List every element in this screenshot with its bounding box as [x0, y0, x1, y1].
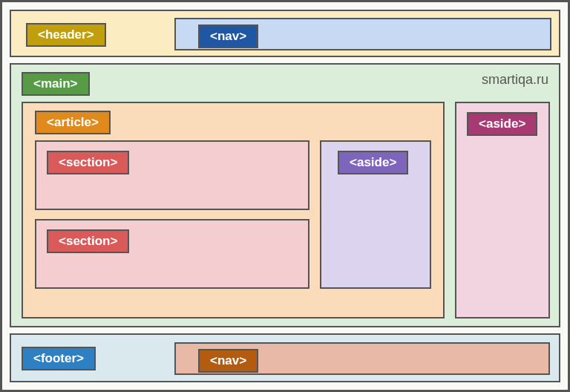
footer-nav-region: <nav> — [174, 342, 550, 375]
page-layout-diagram: <header> <nav> <main> smartiqa.ru <artic… — [0, 0, 570, 392]
section-tag-1: <section> — [47, 151, 129, 174]
watermark: smartiqa.ru — [482, 72, 548, 88]
section-tag-2: <section> — [47, 229, 129, 253]
article-tag: <article> — [35, 111, 111, 134]
header-nav-region: <nav> — [174, 18, 551, 50]
footer-nav-tag: <nav> — [198, 349, 258, 373]
header-nav-tag: <nav> — [198, 24, 258, 48]
main-region: <main> smartiqa.ru <article> <section> <… — [10, 63, 560, 327]
article-aside-region: <aside> — [320, 140, 431, 289]
section-region-2: <section> — [35, 219, 309, 289]
main-tag: <main> — [22, 72, 90, 96]
main-aside-region: <aside> — [455, 102, 550, 318]
section-region-1: <section> — [35, 140, 309, 210]
main-aside-tag: <aside> — [467, 112, 537, 136]
article-region: <article> <section> <section> <aside> — [22, 102, 445, 318]
article-aside-tag: <aside> — [338, 151, 408, 174]
footer-region: <footer> <nav> — [10, 333, 560, 382]
header-tag: <header> — [26, 23, 106, 47]
header-region: <header> <nav> — [10, 10, 560, 57]
footer-tag: <footer> — [22, 347, 96, 370]
